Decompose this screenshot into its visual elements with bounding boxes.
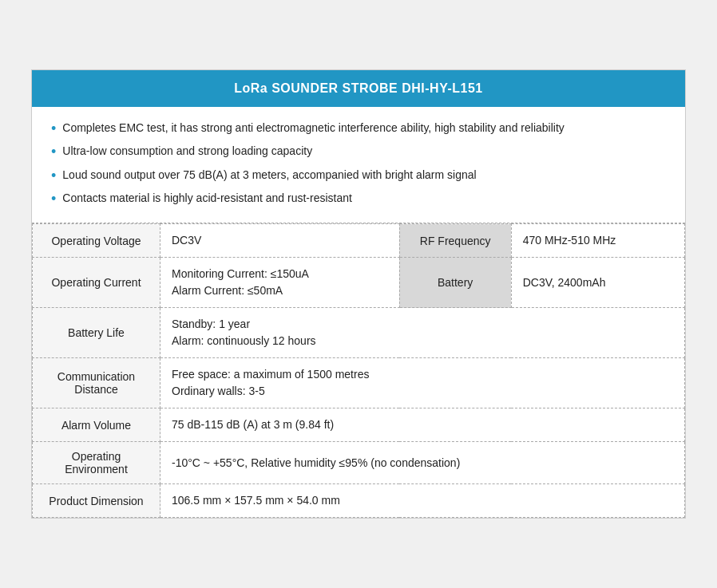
- battery-label: Battery: [399, 258, 511, 308]
- table-row: Operating Voltage DC3V RF Frequency 470 …: [33, 224, 685, 258]
- table-row: Operating Environment -10°C ~ +55°C, Rel…: [33, 442, 685, 484]
- table-row: Product Dimension 106.5 mm × 157.5 mm × …: [33, 484, 685, 518]
- operating-voltage-value: DC3V: [160, 224, 400, 258]
- rf-frequency-value: 470 MHz-510 MHz: [511, 224, 684, 258]
- alarm-volume-label: Alarm Volume: [33, 408, 160, 442]
- features-section: Completes EMC test, it has strong anti e…: [32, 107, 685, 224]
- product-dimension-label: Product Dimension: [33, 484, 160, 518]
- product-card: LoRa SOUNDER STROBE DHI-HY-L151 Complete…: [31, 69, 686, 519]
- rf-frequency-label: RF Frequency: [399, 224, 511, 258]
- battery-life-label: Battery Life: [33, 308, 160, 358]
- table-row: Operating Current Monitoring Current: ≤1…: [33, 258, 685, 308]
- communication-distance-value: Free space: a maximum of 1500 metres Ord…: [160, 358, 685, 408]
- table-row: Communication Distance Free space: a max…: [33, 358, 685, 408]
- specs-table: Operating Voltage DC3V RF Frequency 470 …: [32, 223, 685, 518]
- card-header: LoRa SOUNDER STROBE DHI-HY-L151: [32, 70, 685, 107]
- product-title: LoRa SOUNDER STROBE DHI-HY-L151: [234, 81, 483, 95]
- operating-current-value: Monitoring Current: ≤150uA Alarm Current…: [160, 258, 400, 308]
- features-list: Completes EMC test, it has strong anti e…: [51, 120, 666, 209]
- feature-item: Contacts material is highly acid-resista…: [51, 190, 666, 208]
- communication-distance-label: Communication Distance: [33, 358, 160, 408]
- battery-value: DC3V, 2400mAh: [511, 258, 684, 308]
- operating-environment-label: Operating Environment: [33, 442, 160, 484]
- battery-life-value: Standby: 1 year Alarm: continuously 12 h…: [160, 308, 685, 358]
- feature-item: Ultra-low consumption and strong loading…: [51, 143, 666, 161]
- operating-current-label: Operating Current: [33, 258, 160, 308]
- feature-item: Completes EMC test, it has strong anti e…: [51, 120, 666, 138]
- product-dimension-value: 106.5 mm × 157.5 mm × 54.0 mm: [160, 484, 685, 518]
- table-row: Battery Life Standby: 1 year Alarm: cont…: [33, 308, 685, 358]
- operating-voltage-label: Operating Voltage: [33, 224, 160, 258]
- operating-environment-value: -10°C ~ +55°C, Relative humidity ≤95% (n…: [160, 442, 685, 484]
- alarm-volume-value: 75 dB-115 dB (A) at 3 m (9.84 ft): [160, 408, 685, 442]
- table-row: Alarm Volume 75 dB-115 dB (A) at 3 m (9.…: [33, 408, 685, 442]
- feature-item: Loud sound output over 75 dB(A) at 3 met…: [51, 167, 666, 185]
